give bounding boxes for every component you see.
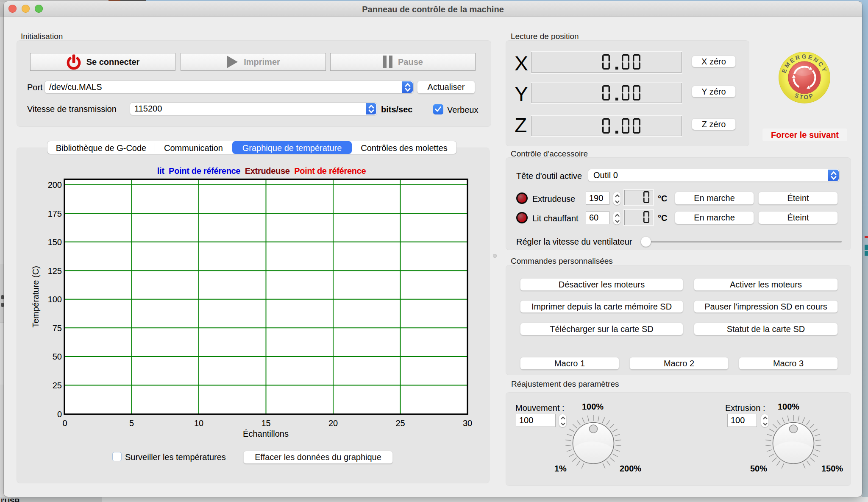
- svg-text:100: 100: [48, 295, 62, 304]
- svg-text:150: 150: [48, 237, 62, 247]
- svg-text:30: 30: [463, 418, 472, 427]
- svg-text:5: 5: [129, 418, 134, 427]
- svg-text:200: 200: [48, 180, 62, 190]
- svg-text:25: 25: [53, 381, 62, 390]
- svg-text:20: 20: [328, 418, 338, 427]
- svg-text:75: 75: [53, 324, 62, 333]
- svg-text:10: 10: [194, 418, 203, 427]
- svg-text:15: 15: [261, 418, 270, 427]
- svg-text:Température (C): Température (C): [31, 266, 40, 328]
- svg-text:175: 175: [48, 209, 62, 218]
- svg-text:50: 50: [53, 352, 62, 361]
- svg-text:125: 125: [48, 266, 62, 276]
- svg-text:25: 25: [395, 418, 405, 427]
- svg-text:0: 0: [57, 410, 62, 419]
- svg-text:0: 0: [62, 418, 67, 427]
